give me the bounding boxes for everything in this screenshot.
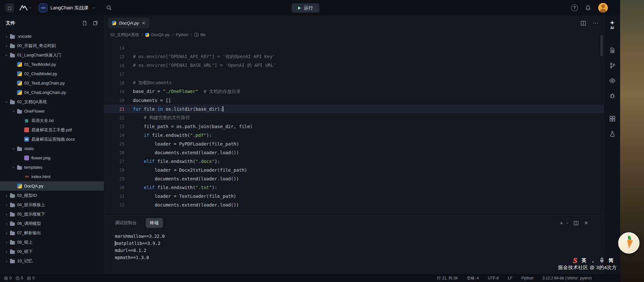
sogou-logo[interactable]: S — [573, 256, 577, 265]
chevron-down-icon[interactable]: › — [565, 222, 570, 224]
tree-item-1[interactable]: ›00_开篇词_奇点时刻 — [0, 41, 104, 50]
tree-item-9[interactable]: ≣花语大全.txt — [0, 116, 104, 125]
chevron-down-icon[interactable]: › — [12, 108, 16, 114]
more-actions-icon[interactable]: ⋯ — [593, 20, 599, 26]
tree-item-3[interactable]: 01_TextModel.py — [0, 60, 104, 69]
chevron-right-icon[interactable]: › — [4, 34, 9, 39]
debug-button[interactable] — [604, 93, 620, 99]
tree-item-8[interactable]: ›OneFlower — [0, 106, 104, 116]
tab-terminal[interactable]: 终端 — [146, 218, 163, 228]
tree-item-22[interactable]: ›08_链上 — [0, 237, 104, 247]
chevron-right-icon[interactable]: › — [4, 212, 9, 217]
new-terminal-icon[interactable]: ＋ — [558, 219, 564, 227]
ai-panel-button[interactable]: AI — [604, 20, 620, 30]
run-button[interactable]: 运行 — [292, 3, 319, 13]
language-mode[interactable]: Python — [521, 276, 533, 280]
tree-item-23[interactable]: ›09_链下 — [0, 247, 104, 256]
chevron-down-icon[interactable]: › — [5, 99, 9, 105]
python-interpreter[interactable]: 3.12.2 64-bit ('shims': pyenv) — [542, 276, 592, 280]
code-line-32[interactable]: 32 documents.extend(loader.load()) — [104, 200, 604, 209]
chevron-down-icon[interactable]: › — [12, 146, 16, 151]
tree-item-5[interactable]: 03_TextLangChain.py — [0, 78, 104, 88]
code-line-20[interactable]: 20documents = [] — [104, 96, 604, 105]
code-line-16[interactable]: 16# os.environ["OPENAI_BASE_URL"] = 'Ope… — [104, 61, 604, 70]
global-search-button[interactable] — [106, 5, 112, 11]
tree-item-17[interactable]: ›03_模型IO — [0, 191, 104, 200]
preview-button[interactable] — [604, 77, 620, 84]
tree-item-12[interactable]: ›static — [0, 144, 104, 153]
open-editors-icon[interactable] — [93, 20, 98, 26]
tree-item-0[interactable]: ›.vscode — [0, 32, 104, 41]
chevron-down-icon[interactable]: › — [5, 52, 9, 58]
code-line-27[interactable]: 27 elif file.endswith(".docx"): — [104, 157, 604, 166]
tab-docqa[interactable]: DocQA.py ✕ — [108, 18, 149, 28]
chevron-right-icon[interactable]: › — [4, 240, 9, 245]
chevron-right-icon[interactable]: › — [4, 193, 9, 198]
tree-item-16[interactable]: DocQA.py — [0, 181, 104, 191]
cursor-position[interactable]: 行 21, 列 34 — [437, 276, 458, 281]
app-menu-button[interactable]: ▢ — [5, 3, 14, 12]
breadcrumb-item[interactable]: 02_文档QA系统 — [110, 32, 139, 38]
code-line-17[interactable]: 17 — [104, 70, 604, 78]
code-line-18[interactable]: 18# 加载Documents — [104, 78, 604, 87]
source-control-button[interactable] — [604, 62, 620, 69]
code-line-22[interactable]: 22 # 构建完整的文件路径 — [104, 113, 604, 122]
assistant-mascot[interactable] — [618, 232, 639, 254]
tree-item-13[interactable]: flower.png — [0, 153, 104, 163]
user-avatar[interactable] — [598, 3, 608, 13]
breadcrumb-item[interactable]: DocQA.py — [145, 33, 169, 37]
help-button[interactable]: ? — [571, 5, 578, 11]
chevron-right-icon[interactable]: › — [4, 221, 9, 226]
tab-close-icon[interactable]: ✕ — [142, 21, 146, 25]
tree-item-18[interactable]: ›04_提示模板上 — [0, 200, 104, 209]
ime-language-toggle[interactable]: 英 — [581, 257, 586, 264]
workspace-switcher[interactable]: </> LangChain 实战课 › — [39, 4, 95, 12]
tree-item-21[interactable]: ›07_解析输出 — [0, 228, 104, 237]
file-search-button[interactable] — [604, 47, 620, 54]
breadcrumb-item[interactable]: file — [195, 33, 206, 37]
code-line-19[interactable]: 19base_dir = "./OneFlower" # 文档的存放目录 — [104, 87, 604, 96]
tree-item-10[interactable]: 易速鲜花员工手册.pdf — [0, 125, 104, 135]
new-file-icon[interactable] — [82, 20, 87, 26]
chevron-right-icon[interactable]: › — [4, 203, 9, 207]
tree-item-14[interactable]: ›templates — [0, 163, 104, 172]
code-line-31[interactable]: 31 loader = TextLoader(file_path) — [104, 192, 604, 200]
tab-debug-console[interactable]: 调试控制台 — [115, 220, 137, 226]
code-line-28[interactable]: 28 loader = Docx2txtLoader(file_path) — [104, 166, 604, 174]
terminal-output[interactable]: marshmallow==3.22.0matplotlib==3.9.2mdur… — [104, 230, 604, 261]
microphone-icon[interactable] — [599, 257, 604, 263]
extensions-button[interactable] — [604, 116, 620, 122]
tree-item-11[interactable]: W易速鲜花运营指南.docx — [0, 135, 104, 144]
code-line-26[interactable]: 26 documents.extend(loader.load()) — [104, 148, 604, 157]
testing-button[interactable] — [604, 131, 620, 137]
code-line-30[interactable]: 30 elif file.endswith(".txt"): — [104, 183, 604, 192]
code-line-29[interactable]: 29 documents.extend(loader.load()) — [104, 174, 604, 183]
tree-item-2[interactable]: ›01_LangChain快速入门 — [0, 50, 104, 60]
code-line-24[interactable]: 24 if file.endswith(".pdf"): — [104, 131, 604, 139]
editor-scrollbar[interactable] — [600, 35, 603, 56]
chevron-right-icon[interactable]: › — [4, 259, 9, 263]
close-panel-icon[interactable]: ✕ — [584, 220, 588, 226]
code-line-21[interactable]: 21for file in os.listdir(base_dir): — [104, 105, 604, 113]
split-editor-icon[interactable] — [580, 20, 586, 26]
split-terminal-icon[interactable] — [573, 220, 579, 226]
chevron-right-icon[interactable]: › — [4, 249, 9, 254]
tree-item-6[interactable]: 04_ChatLongChain.py — [0, 88, 104, 97]
eol-sequence[interactable]: LF — [508, 276, 512, 280]
tree-item-20[interactable]: ›06_调用模型 — [0, 219, 104, 228]
tree-item-4[interactable]: 02_ChatModel.py — [0, 69, 104, 78]
breadcrumb-item[interactable]: Python — [176, 33, 188, 37]
code-line-25[interactable]: 25 loader = PyPDFLoader(file_path) — [104, 139, 604, 148]
brand-logo[interactable]: › — [19, 5, 31, 11]
notifications-button[interactable] — [585, 5, 591, 11]
code-line-14[interactable]: 14 — [104, 44, 604, 52]
tree-item-19[interactable]: ›05_提示模板下 — [0, 209, 104, 219]
chevron-right-icon[interactable]: › — [4, 231, 9, 235]
ime-punctuation-toggle[interactable]: ， — [590, 257, 595, 264]
problems-indicator[interactable]: 0 0 0 — [0, 276, 35, 280]
chevron-down-icon[interactable]: › — [12, 165, 16, 170]
tree-item-24[interactable]: ›10_记忆 — [0, 256, 104, 266]
code-line-15[interactable]: 15# os.environ["OPENAI_API_KEY"] = '你的Op… — [104, 52, 604, 61]
indentation[interactable]: 空格: 4 — [467, 276, 479, 281]
tree-item-7[interactable]: ›02_文档QA系统 — [0, 97, 104, 106]
